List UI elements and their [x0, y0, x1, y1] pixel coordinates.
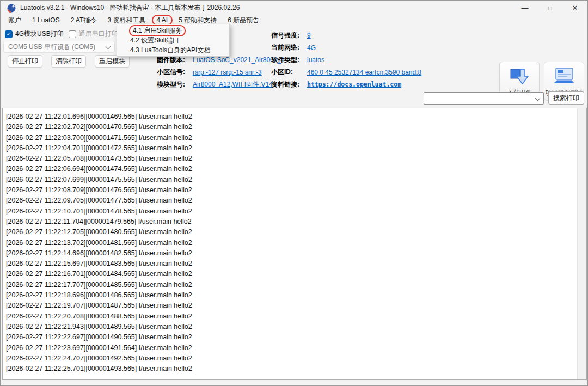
info-row-signal-strength: 信号强度:9: [271, 29, 421, 42]
info-label: 模块型号:: [157, 80, 193, 89]
search-filter-combobox[interactable]: [424, 92, 544, 105]
info-label: 当前网络:: [271, 43, 307, 52]
log-line: [2026-02-27 11:22:19.707][000001487.565]…: [6, 301, 577, 311]
ai-menu-item-set-skill-port[interactable]: 4.2 设置Skill端口: [117, 35, 229, 45]
info-label: 小区信号:: [157, 68, 193, 77]
ai-menu-item-label: 4.2 设置Skill端口: [130, 36, 179, 45]
restart-module-button[interactable]: 重启模块: [95, 55, 130, 68]
checkbox-usb-print-4g[interactable]: ✓4G模块USB打印: [5, 29, 64, 39]
log-line: [2026-02-27 11:22:04.701][000001472.565]…: [6, 143, 577, 154]
serial-port-value: COM5 USB 串行设备 (COM5): [8, 42, 106, 52]
info-label: 小区ID:: [271, 68, 307, 77]
log-line: [2026-02-27 11:22:15.697][000001483.565]…: [6, 259, 577, 269]
print-checkbox-row: ✓4G模块USB打印通用串口打印: [5, 29, 131, 39]
checkbox-label: 4G模块USB打印: [15, 29, 64, 39]
info-row-software-type: 软件类型:luatos: [271, 54, 421, 66]
serial-port-select[interactable]: COM5 USB 串行设备 (COM5): [3, 41, 115, 53]
info-link-cell-id[interactable]: 460 0 45 25327134 earfcn:3590 band:8: [307, 69, 421, 76]
info-link-current-network[interactable]: 4G: [307, 44, 316, 52]
log-line: [2026-02-27 11:22:16.701][000001484.565]…: [6, 269, 577, 279]
log-line: [2026-02-27 11:22:11.704][000001479.565]…: [6, 217, 577, 227]
menu-item-ai[interactable]: 4 AI: [153, 16, 172, 24]
ai-menu-item-luatools-api-docs[interactable]: 4.3 LuaTools自身的API文档: [117, 45, 229, 55]
log-line: [2026-02-27 11:22:02.702][000001470.565]…: [6, 122, 577, 132]
log-line: [2026-02-27 11:22:10.701][000001478.565]…: [6, 206, 577, 217]
window-title: Luatools v3.2.1 - Windows10 - 降功耗找合宙 - 本…: [20, 3, 240, 13]
log-line: [2026-02-27 11:22:05.708][000001473.565]…: [6, 154, 577, 164]
log-line: [2026-02-27 11:22:12.705][000001480.565]…: [6, 227, 577, 237]
menu-bar: 账户1 LuatOS2 AT指令3 资料和工具4 AI5 帮助和支持6 新品预告: [1, 15, 587, 25]
laptop-icon: [552, 66, 577, 89]
device-info-right-column: 信号强度:9当前网络:4G软件类型:luatos小区ID:460 0 45 25…: [271, 29, 421, 91]
log-line: [2026-02-27 11:22:13.702][000001481.565]…: [6, 238, 577, 248]
app-logo-icon: [7, 4, 16, 13]
checkbox-icon[interactable]: ✓: [5, 30, 13, 38]
info-label: 软件类型:: [271, 56, 307, 65]
log-line: [2026-02-27 11:22:06.694][000001474.565]…: [6, 164, 577, 174]
info-link-signal-strength[interactable]: 9: [307, 32, 311, 39]
info-row-current-network: 当前网络:4G: [271, 42, 421, 54]
info-link-docs-link[interactable]: https://docs.openluat.com: [307, 81, 401, 88]
maximize-button[interactable]: □: [537, 1, 562, 15]
log-line: [2026-02-27 11:22:20.708][000001488.565]…: [6, 311, 577, 322]
log-line: [2026-02-27 11:22:07.699][000001475.565]…: [6, 175, 577, 185]
log-line: [2026-02-27 11:22:21.943][000001489.565]…: [6, 322, 577, 332]
info-row-cell-signal: 小区信号:rsrp:-127 rsrq:-15 snr:-3: [157, 66, 285, 79]
info-link-cell-signal[interactable]: rsrp:-127 rsrq:-15 snr:-3: [193, 69, 262, 76]
ai-menu-item-label-annotated: 4.1 启用Skill服务: [130, 26, 185, 35]
info-label: 固件版本:: [157, 56, 193, 65]
download-firmware-icon: [508, 66, 531, 90]
info-label: 信号强度:: [271, 31, 307, 40]
luatools-window: Luatools v3.2.1 - Windows10 - 降功耗找合宙 - 本…: [0, 0, 588, 386]
stop-print-button[interactable]: 停止打印: [8, 55, 42, 68]
minimize-button[interactable]: —: [512, 1, 537, 15]
log-line: [2026-02-27 11:22:03.700][000001471.565]…: [6, 133, 577, 143]
log-line: [2026-02-27 11:22:25.701][000001493.565]…: [6, 364, 577, 374]
log-line: [2026-02-27 11:22:01.696][000001469.565]…: [6, 112, 577, 122]
clear-print-button[interactable]: 清除打印: [51, 55, 86, 68]
close-button[interactable]: ✕: [562, 1, 587, 15]
ai-menu-item-label: 4.3 LuaTools自身的API文档: [130, 46, 210, 55]
ai-dropdown-menu: 4.1 启用Skill服务4.2 设置Skill端口4.3 LuaTools自身…: [117, 24, 230, 57]
info-label: 资料链接:: [271, 80, 307, 89]
info-link-module-model[interactable]: Air8000_A12,WIFI固件:V14: [193, 80, 273, 89]
log-line: [2026-02-27 11:22:24.707][000001492.565]…: [6, 353, 577, 364]
checkbox-generic-serial[interactable]: 通用串口打印: [69, 29, 118, 39]
menu-item-account[interactable]: 账户: [3, 15, 27, 26]
ai-menu-item-enable-skill-service[interactable]: 4.1 启用Skill服务: [117, 26, 229, 35]
chevron-down-icon: [535, 96, 540, 101]
checkbox-label: 通用串口打印: [79, 29, 118, 39]
chevron-down-icon: [106, 45, 110, 49]
log-panel[interactable]: [2026-02-27 11:22:01.696][000001469.565]…: [2, 108, 587, 380]
log-line: [2026-02-27 11:22:22.697][000001490.565]…: [6, 332, 577, 342]
log-line: [2026-02-27 11:22:23.697][000001491.564]…: [6, 343, 577, 353]
info-row-cell-id: 小区ID:460 0 45 25327134 earfcn:3590 band:…: [271, 66, 421, 79]
device-info-left-column: 固件版本:LuatOS-SoC_v2021_Air8000_1小区信号:rsrp…: [157, 54, 285, 91]
menu-item-luatos[interactable]: 1 LuatOS: [27, 16, 65, 24]
checkbox-icon[interactable]: [69, 30, 76, 38]
log-lines: [2026-02-27 11:22:01.696][000001469.565]…: [3, 108, 577, 374]
info-link-software-type[interactable]: luatos: [307, 56, 324, 64]
search-print-button[interactable]: 搜索打印: [548, 91, 584, 105]
info-row-module-model: 模块型号:Air8000_A12,WIFI固件:V14: [157, 78, 285, 91]
toolbar-region: ✓4G模块USB打印通用串口打印 COM5 USB 串行设备 (COM5) 停止…: [1, 25, 587, 108]
log-line: [2026-02-27 11:22:14.696][000001482.565]…: [6, 248, 577, 259]
vertical-scrollbar[interactable]: [577, 108, 586, 379]
info-row-docs-link: 资料链接:https://docs.openluat.com: [271, 78, 421, 91]
log-line: [2026-02-27 11:22:09.705][000001477.565]…: [6, 195, 577, 206]
menu-item-at-command[interactable]: 2 AT指令: [65, 15, 102, 26]
print-control-buttons: 停止打印清除打印重启模块: [8, 55, 130, 68]
log-line: [2026-02-27 11:22:18.696][000001486.565]…: [6, 290, 577, 301]
title-bar: Luatools v3.2.1 - Windows10 - 降功耗找合宙 - 本…: [1, 1, 587, 15]
log-line: [2026-02-27 11:22:17.707][000001485.565]…: [6, 280, 577, 290]
log-line: [2026-02-27 11:22:08.709][000001476.565]…: [6, 185, 577, 195]
window-controls: — □ ✕: [512, 1, 587, 15]
